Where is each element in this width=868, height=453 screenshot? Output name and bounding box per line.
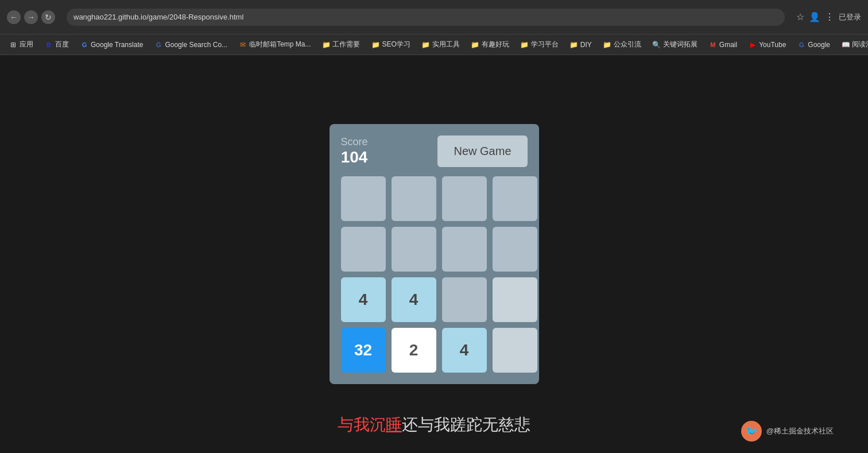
tile-r0c0 <box>341 176 386 221</box>
bookmarks-bar: ⊞ 应用 B 百度 G Google Translate G Google Se… <box>0 34 868 55</box>
bookmark-diy[interactable]: 📁 DIY <box>565 38 596 51</box>
subtitle-container: 与我沉睡还与我蹉跎无慈悲 <box>338 414 530 436</box>
email-icon: ✉ <box>239 41 247 49</box>
baidu-icon: B <box>45 41 53 49</box>
bookmark-youtube[interactable]: ▶ YouTube <box>744 38 790 51</box>
bookmark-label: Google <box>808 41 830 49</box>
folder7-icon: 📁 <box>603 41 611 49</box>
keywords-icon: 🔍 <box>653 41 661 49</box>
bookmark-label: 学习平台 <box>531 40 559 49</box>
bookmark-apps[interactable]: ⊞ 应用 <box>5 37 38 52</box>
star-icon[interactable]: ☆ <box>796 11 804 22</box>
bookmark-label: SEO学习 <box>382 40 410 49</box>
nav-buttons: ← → ↻ <box>0 10 62 24</box>
tile-r2c2 <box>442 277 487 322</box>
refresh-button[interactable]: ↻ <box>41 10 55 24</box>
subtitle-part1: 与我沉 <box>338 416 386 433</box>
tile-r3c2: 4 <box>442 328 487 373</box>
bookmark-label: DIY <box>580 41 592 49</box>
bookmark-label: Google Search Co... <box>165 41 227 49</box>
twitter-icon: 🐦 <box>741 421 762 442</box>
bookmark-gmail[interactable]: M Gmail <box>704 38 742 51</box>
profile-icon[interactable]: 👤 <box>809 11 820 22</box>
bookmark-translate[interactable]: G Google Translate <box>76 38 148 51</box>
tile-r2c3 <box>493 277 537 322</box>
tile-r0c3 <box>493 176 537 221</box>
folder2-icon: 📁 <box>371 41 379 49</box>
tile-r1c3 <box>493 227 537 272</box>
tile-r3c3 <box>493 328 537 373</box>
tile-r3c1: 2 <box>392 328 436 373</box>
bookmark-label: 工作需要 <box>332 40 360 49</box>
bookmark-fun[interactable]: 📁 有趣好玩 <box>467 37 514 52</box>
bookmark-label: 公众引流 <box>614 40 641 49</box>
reading-icon: 📖 <box>842 41 850 49</box>
bookmark-label: 阅读清单 <box>852 40 868 49</box>
bookmark-search[interactable]: G Google Search Co... <box>150 38 232 51</box>
tile-r1c0 <box>341 227 386 272</box>
apps-icon: ⊞ <box>9 41 17 49</box>
game-container: Score 104 New Game 4 4 32 2 4 <box>330 124 539 384</box>
bookmark-google[interactable]: G Google <box>793 38 835 51</box>
folder4-icon: 📁 <box>471 41 479 49</box>
bookmark-tools[interactable]: 📁 实用工具 <box>417 37 464 52</box>
bookmark-reading[interactable]: 📖 阅读清单 <box>837 37 868 52</box>
tile-r2c1: 4 <box>392 277 436 322</box>
main-content: Score 104 New Game 4 4 32 2 4 <box>0 55 868 453</box>
bookmark-label: 百度 <box>55 40 69 49</box>
folder6-icon: 📁 <box>570 41 578 49</box>
subtitle-highlight: 睡 <box>386 416 402 433</box>
youtube-icon: ▶ <box>749 41 757 49</box>
folder5-icon: 📁 <box>521 41 529 49</box>
google-icon: G <box>797 41 805 49</box>
bookmark-label: 关键词拓展 <box>663 40 698 49</box>
folder3-icon: 📁 <box>422 41 430 49</box>
bookmark-label: Gmail <box>719 41 737 49</box>
menu-icon[interactable]: ⋮ <box>825 11 834 22</box>
twitter-badge: 🐦 @稀土掘金技术社区 <box>741 421 834 442</box>
subtitle-part2: 还与我蹉跎无慈悲 <box>402 416 530 433</box>
browser-actions: ☆ 👤 ⋮ 已登录 <box>789 11 868 22</box>
bookmark-traffic[interactable]: 📁 公众引流 <box>599 37 646 52</box>
folder-icon: 📁 <box>322 41 330 49</box>
bookmark-learn[interactable]: 📁 学习平台 <box>516 37 563 52</box>
address-bar[interactable]: wanghao221.github.io/game/2048-Responsiv… <box>67 9 785 26</box>
logged-in-user: 已登录 <box>839 12 861 22</box>
score-label: Score <box>341 136 368 148</box>
forward-button[interactable]: → <box>24 10 38 24</box>
new-game-button[interactable]: New Game <box>437 135 527 167</box>
bookmark-email[interactable]: ✉ 临时邮箱Temp Ma... <box>234 37 315 52</box>
back-button[interactable]: ← <box>7 10 21 24</box>
tile-r3c0: 32 <box>341 328 386 373</box>
tile-r2c0: 4 <box>341 277 386 322</box>
score-value: 104 <box>341 148 368 167</box>
score-box: Score 104 <box>341 136 368 167</box>
bookmark-label: 实用工具 <box>432 40 460 49</box>
tile-r1c2 <box>442 227 487 272</box>
browser-chrome: ← → ↻ wanghao221.github.io/game/2048-Res… <box>0 0 868 34</box>
search-icon: G <box>154 41 162 49</box>
bookmark-label: YouTube <box>759 41 786 49</box>
translate-icon: G <box>80 41 88 49</box>
bookmark-label: 临时邮箱Temp Ma... <box>249 40 311 49</box>
url-text: wanghao221.github.io/game/2048-Responsiv… <box>73 13 243 21</box>
bookmark-seo[interactable]: 📁 SEO学习 <box>367 37 414 52</box>
game-grid: 4 4 32 2 4 <box>341 176 528 373</box>
bookmark-label: 有趣好玩 <box>482 40 509 49</box>
bookmark-label: 应用 <box>20 40 33 49</box>
bookmark-keywords[interactable]: 🔍 关键词拓展 <box>648 37 702 52</box>
bookmark-label: Google Translate <box>91 41 143 49</box>
tile-r1c1 <box>392 227 436 272</box>
game-header: Score 104 New Game <box>341 135 528 167</box>
tile-r0c2 <box>442 176 487 221</box>
tile-r0c1 <box>392 176 436 221</box>
bookmark-work[interactable]: 📁 工作需要 <box>317 37 365 52</box>
bookmark-baidu[interactable]: B 百度 <box>40 37 73 52</box>
twitter-label: @稀土掘金技术社区 <box>766 426 834 436</box>
gmail-icon: M <box>709 41 717 49</box>
